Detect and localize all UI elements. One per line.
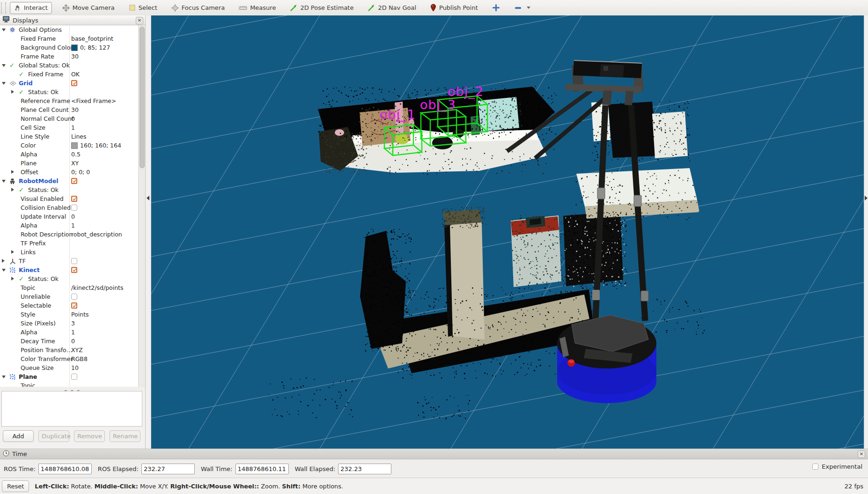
tree-row-global-status-ok[interactable]: ✓Global Status: Ok bbox=[0, 61, 138, 70]
property-value[interactable] bbox=[71, 79, 77, 88]
expander-closed-icon[interactable] bbox=[2, 259, 5, 263]
expander-closed-icon[interactable] bbox=[11, 250, 14, 254]
property-value[interactable]: 0 bbox=[71, 337, 75, 346]
tree-row-size-pixels[interactable]: Size (Pixels)3 bbox=[0, 319, 138, 328]
checkbox-checked[interactable] bbox=[71, 196, 77, 202]
property-value[interactable]: OK bbox=[71, 70, 80, 79]
property-value[interactable]: 160; 160; 164 bbox=[71, 141, 121, 150]
tree-row-topic[interactable]: Topic bbox=[0, 381, 138, 387]
tree-row-tf-prefix[interactable]: TF Prefix bbox=[0, 239, 138, 248]
tree-row-alpha[interactable]: Alpha0.5 bbox=[0, 150, 138, 159]
reset-button[interactable]: Reset bbox=[2, 480, 29, 492]
tree-row-topic[interactable]: Topic/kinect2/sd/points bbox=[0, 283, 138, 292]
time-panel-close-icon[interactable]: ✕ bbox=[858, 450, 865, 458]
tool-measure[interactable]: Measure bbox=[235, 2, 280, 13]
expander-open-icon[interactable] bbox=[2, 180, 6, 183]
tool-2d-nav-goal[interactable]: 2D Nav Goal bbox=[364, 2, 420, 14]
toolbar-drag-handle[interactable] bbox=[1, 2, 6, 14]
property-value[interactable]: 0.5 bbox=[71, 150, 81, 159]
tree-row-plane[interactable]: PlaneXY bbox=[0, 159, 138, 168]
checkbox-unchecked[interactable] bbox=[71, 205, 77, 211]
tree-row-global-options[interactable]: Global Options bbox=[0, 25, 138, 34]
property-value[interactable] bbox=[71, 372, 77, 381]
expander-open-icon[interactable] bbox=[2, 29, 6, 31]
tree-row-alpha[interactable]: Alpha1 bbox=[0, 221, 138, 230]
expander-open-icon[interactable] bbox=[2, 64, 6, 67]
tree-row-decay-time[interactable]: Decay Time0 bbox=[0, 337, 138, 346]
property-value[interactable] bbox=[71, 177, 77, 185]
tool-select[interactable]: Select bbox=[125, 2, 161, 13]
3d-viewport[interactable]: obj_1obj_2obj_3 bbox=[151, 15, 864, 449]
property-value[interactable]: XYZ bbox=[71, 346, 83, 354]
tree-row-tf[interactable]: TF bbox=[0, 257, 138, 265]
tool-focus-camera[interactable]: Focus Camera bbox=[168, 2, 228, 14]
tool-publish-point[interactable]: Publish Point bbox=[427, 2, 482, 14]
property-value[interactable]: base_footprint bbox=[71, 34, 113, 43]
right-dock-strip[interactable] bbox=[864, 15, 868, 449]
wall-elapsed-input[interactable] bbox=[338, 464, 391, 474]
tree-row-color[interactable]: Color160; 160; 164 bbox=[0, 141, 138, 150]
tool-2d-pose-estimate[interactable]: 2D Pose Estimate bbox=[286, 2, 357, 14]
expander-closed-icon[interactable] bbox=[11, 277, 14, 280]
checkbox-unchecked[interactable] bbox=[71, 258, 77, 264]
expander-closed-icon[interactable] bbox=[11, 90, 14, 94]
property-value[interactable]: /kinect2/sd/points bbox=[71, 283, 124, 292]
displays-close-icon[interactable]: ✕ bbox=[136, 17, 143, 24]
expander-open-icon[interactable] bbox=[2, 82, 6, 85]
tree-row-background-color[interactable]: Background Color0; 85; 127 bbox=[0, 43, 138, 52]
tree-row-normal-cell-count[interactable]: Normal Cell Count0 bbox=[0, 114, 138, 123]
property-value[interactable] bbox=[71, 194, 77, 203]
tree-row-status-ok[interactable]: ✓Status: Ok bbox=[0, 274, 138, 283]
checkbox-unchecked[interactable] bbox=[71, 294, 77, 300]
tree-row-update-interval[interactable]: Update Interval0 bbox=[0, 212, 138, 221]
tree-splitter-handle[interactable]: ● ● ● bbox=[0, 387, 145, 390]
property-value[interactable]: Lines bbox=[71, 132, 87, 141]
toolbar-overflow-caret-icon[interactable] bbox=[527, 7, 530, 9]
tree-row-cell-size[interactable]: Cell Size1 bbox=[0, 123, 138, 132]
add-button[interactable]: Add bbox=[3, 430, 34, 442]
property-value[interactable]: 3 bbox=[71, 319, 75, 328]
property-value[interactable]: 0; 85; 127 bbox=[71, 43, 110, 52]
expand-right-arrow-icon[interactable] bbox=[865, 196, 868, 200]
tool-plus-button[interactable] bbox=[488, 2, 504, 14]
ros-time-input[interactable] bbox=[38, 464, 92, 474]
property-value[interactable]: 30 bbox=[71, 105, 79, 114]
tree-row-alpha[interactable]: Alpha1 bbox=[0, 328, 138, 337]
tree-scrollbar[interactable] bbox=[138, 25, 145, 387]
property-value[interactable]: robot_description bbox=[71, 230, 122, 239]
tree-row-offset[interactable]: Offset0; 0; 0 bbox=[0, 168, 138, 177]
checkbox-checked[interactable] bbox=[71, 267, 77, 273]
tree-row-grid[interactable]: Grid bbox=[0, 79, 138, 88]
property-value[interactable] bbox=[71, 257, 77, 265]
tree-row-color-transformer[interactable]: Color TransformerRGB8 bbox=[0, 354, 138, 363]
property-value[interactable]: XY bbox=[71, 159, 79, 168]
expander-closed-icon[interactable] bbox=[11, 170, 14, 174]
checkbox-checked[interactable] bbox=[71, 80, 77, 86]
tool-minus-button[interactable] bbox=[510, 4, 534, 12]
property-value[interactable]: 0; 0; 0 bbox=[71, 168, 90, 177]
tree-row-line-style[interactable]: Line StyleLines bbox=[0, 132, 138, 141]
property-value[interactable]: 1 bbox=[71, 328, 75, 337]
tree-row-frame-rate[interactable]: Frame Rate30 bbox=[0, 52, 138, 61]
property-value[interactable]: <Fixed Frame> bbox=[71, 96, 116, 105]
wall-time-input[interactable] bbox=[235, 464, 289, 474]
tree-row-fixed-frame[interactable]: Fixed Framebase_footprint bbox=[0, 34, 138, 43]
property-value[interactable] bbox=[71, 292, 77, 301]
tree-row-robot-description[interactable]: Robot Descriptionrobot_description bbox=[0, 230, 138, 239]
property-value[interactable]: 10 bbox=[71, 363, 79, 372]
tree-row-links[interactable]: Links bbox=[0, 248, 138, 257]
tree-row-fixed-frame[interactable]: ✓Fixed FrameOK bbox=[0, 70, 138, 79]
property-value[interactable] bbox=[71, 301, 77, 310]
expander-closed-icon[interactable] bbox=[11, 188, 14, 192]
tree-row-status-ok[interactable]: ✓Status: Ok bbox=[0, 185, 138, 194]
tool-interact[interactable]: Interact bbox=[10, 2, 52, 14]
tool-move-camera[interactable]: Move Camera bbox=[59, 2, 118, 14]
tree-row-visual-enabled[interactable]: Visual Enabled bbox=[0, 194, 138, 203]
expander-open-icon[interactable] bbox=[2, 269, 6, 272]
property-value[interactable]: Points bbox=[71, 310, 89, 319]
property-value[interactable] bbox=[71, 203, 77, 212]
property-value[interactable] bbox=[71, 265, 77, 274]
tree-row-queue-size[interactable]: Queue Size10 bbox=[0, 363, 138, 372]
checkbox-unchecked[interactable] bbox=[71, 374, 77, 380]
property-value[interactable]: 30 bbox=[71, 52, 79, 61]
